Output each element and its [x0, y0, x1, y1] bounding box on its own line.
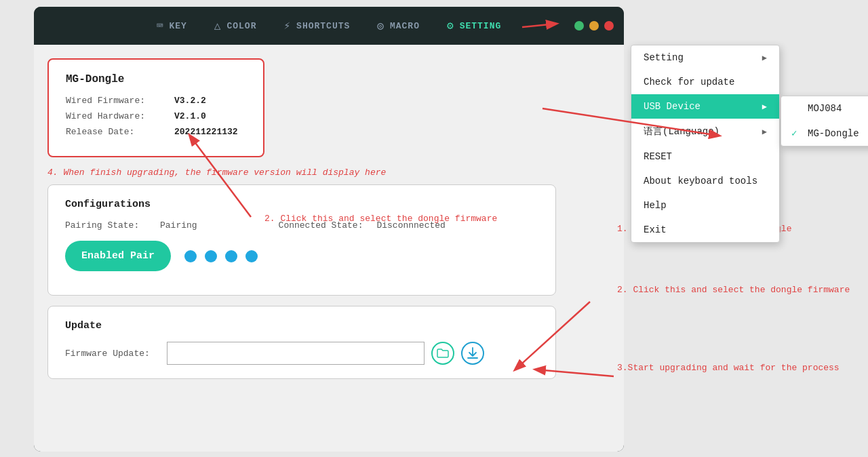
tab-macro[interactable]: ◎ MACRO — [363, 14, 433, 38]
download-button[interactable] — [461, 342, 484, 365]
usb-submenu: MOJ084 ✓ MG-Dongle — [781, 96, 868, 146]
main-content: MG-Dongle Wired Firmware: V3.2.2 Wired H… — [34, 45, 624, 452]
menu-help-label: Help — [644, 200, 667, 211]
config-card: Configurations Pairing State: Pairing Co… — [47, 184, 556, 296]
submenu-moj084[interactable]: MOJ084 — [781, 96, 868, 121]
menu-setting-label: Setting — [644, 52, 684, 63]
pairing-row: Pairing State: Pairing Connected State: … — [65, 220, 538, 231]
release-date-label: Release Date: — [66, 127, 174, 137]
menu-language-label: 语言(Language) — [644, 125, 719, 138]
tab-shortcuts[interactable]: ⚡ SHORTCUTS — [270, 14, 363, 38]
tab-macro-label: MACRO — [390, 21, 420, 31]
menu-setting-arrow: ▶ — [762, 53, 767, 63]
menu-check-update-label: Check for update — [644, 77, 734, 87]
tab-key-label: KEY — [169, 21, 186, 31]
menu-usb-arrow: ▶ — [762, 102, 767, 112]
release-date-value: 202211221132 — [174, 127, 238, 137]
window-controls — [574, 21, 614, 31]
maximize-button[interactable] — [589, 21, 599, 31]
menu-help[interactable]: Help — [631, 193, 779, 218]
menu-usb-device-label: USB Device — [644, 101, 701, 112]
tab-key[interactable]: ⌨ KEY — [143, 14, 201, 38]
update-card: Update Firmware Update: — [47, 306, 556, 379]
tab-setting-label: SETTING — [460, 21, 502, 31]
close-button[interactable] — [604, 21, 614, 31]
firmware-row: Wired Firmware: V3.2.2 — [66, 96, 246, 106]
hardware-label: Wired Hardware: — [66, 111, 174, 121]
firmware-update-input[interactable] — [167, 342, 425, 365]
config-title: Configurations — [65, 199, 538, 210]
firmware-value: V3.2.2 — [174, 96, 206, 106]
submenu-moj084-label: MOJ084 — [808, 103, 842, 114]
key-icon: ⌨ — [157, 19, 164, 33]
pairing-state-label: Pairing State: — [65, 220, 146, 231]
menu-language-arrow: ▶ — [762, 127, 767, 137]
submenu-mg-dongle[interactable]: ✓ MG-Dongle — [781, 121, 868, 146]
submenu-mg-dongle-check: ✓ — [791, 127, 802, 139]
menu-about[interactable]: About keyboard tools — [631, 169, 779, 193]
step3-annotation: 3.Start upgrading and wait for the proce… — [617, 363, 840, 373]
menu-check-update[interactable]: Check for update — [631, 70, 779, 94]
dot-1 — [184, 250, 197, 262]
hardware-row: Wired Hardware: V2.1.0 — [66, 111, 246, 121]
menu-language[interactable]: 语言(Language) ▶ — [631, 119, 779, 144]
folder-icon — [437, 349, 449, 358]
step2-annotation-right: 2. Click this and select the dongle firm… — [617, 285, 850, 295]
firmware-label: Wired Firmware: — [66, 96, 174, 106]
download-icon — [467, 347, 478, 359]
macro-icon: ◎ — [377, 19, 384, 33]
submenu-mg-dongle-label: MG-Dongle — [808, 128, 859, 139]
tab-shortcuts-label: SHORTCUTS — [296, 21, 350, 31]
dot-3 — [225, 250, 237, 262]
device-name: MG-Dongle — [66, 73, 246, 85]
tab-color-label: COLOR — [226, 21, 256, 31]
shortcuts-icon: ⚡ — [283, 19, 291, 33]
tab-setting[interactable]: ⚙ SETTING — [433, 14, 515, 38]
tab-color[interactable]: △ COLOR — [201, 14, 271, 38]
connected-state-label: Connected State: — [279, 220, 363, 231]
menu-exit[interactable]: Exit — [631, 218, 779, 242]
step4-annotation: 4. When finish upgrading, the firmware v… — [47, 167, 610, 178]
setting-icon: ⚙ — [447, 19, 454, 33]
dot-2 — [205, 250, 217, 262]
app-window: ⌨ KEY △ COLOR ⚡ SHORTCUTS ◎ MACRO ⚙ SETT… — [34, 7, 624, 452]
hardware-value: V2.1.0 — [174, 111, 206, 121]
dot-4 — [245, 250, 258, 262]
firmware-update-row: Firmware Update: — [65, 342, 538, 365]
menu-about-label: About keyboard tools — [644, 176, 757, 186]
connected-state-value: Disconnnected — [376, 220, 445, 231]
menu-setting[interactable]: Setting ▶ — [631, 45, 779, 70]
menu-reset[interactable]: RESET — [631, 144, 779, 169]
color-icon: △ — [214, 19, 222, 33]
minimize-button[interactable] — [574, 21, 584, 31]
enabled-pair-button[interactable]: Enabled Pair — [65, 241, 171, 271]
update-title: Update — [65, 320, 538, 332]
dots-row — [184, 250, 258, 262]
release-date-row: Release Date: 202211221132 — [66, 127, 246, 137]
dropdown-menu: Setting ▶ Check for update USB Device ▶ … — [631, 45, 780, 243]
menu-reset-label: RESET — [644, 151, 672, 162]
firmware-update-label: Firmware Update: — [65, 349, 160, 359]
menu-exit-label: Exit — [644, 224, 667, 235]
device-card: MG-Dongle Wired Firmware: V3.2.2 Wired H… — [47, 58, 264, 157]
menu-usb-device[interactable]: USB Device ▶ — [631, 94, 779, 119]
nav-tabs: ⌨ KEY △ COLOR ⚡ SHORTCUTS ◎ MACRO ⚙ SETT… — [143, 14, 515, 38]
pairing-state-value: Pairing — [160, 220, 197, 231]
folder-button[interactable] — [431, 342, 454, 365]
pair-btn-row: Enabled Pair — [65, 241, 538, 271]
title-bar: ⌨ KEY △ COLOR ⚡ SHORTCUTS ◎ MACRO ⚙ SETT… — [34, 7, 624, 45]
